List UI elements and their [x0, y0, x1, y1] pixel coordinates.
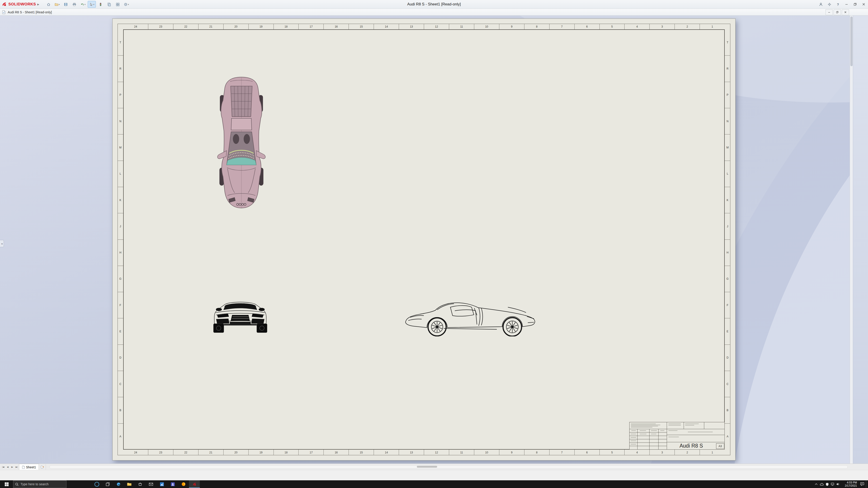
graphics-area[interactable]: 242322212019181716151413121110987654321 …: [0, 15, 868, 464]
ruler-top: 242322212019181716151413121110987654321: [123, 24, 725, 29]
store-button[interactable]: [135, 480, 146, 488]
start-button[interactable]: [0, 480, 13, 488]
task-view-button[interactable]: [102, 480, 113, 488]
undo-button[interactable]: ▾: [79, 1, 87, 7]
action-center-button[interactable]: [858, 480, 866, 488]
logo-menu-caret-icon[interactable]: ▶: [37, 3, 39, 6]
drawing-view-top[interactable]: [212, 75, 271, 210]
login-button[interactable]: [816, 0, 825, 8]
ruler-column-label: 20: [223, 24, 248, 29]
open-button[interactable]: ▾: [53, 1, 61, 7]
system-tray: 4:03 PM 2/17/2021: [813, 480, 868, 488]
panel-collapse-arrow[interactable]: ◂: [0, 240, 4, 247]
ruler-row-label: T: [118, 29, 123, 55]
firefox-button[interactable]: [178, 480, 189, 488]
sheet-navigation: |◀ ◀ ▶ ▶|: [1, 464, 19, 469]
horizontal-scrollbar[interactable]: [50, 465, 848, 468]
title-block-text-line: [631, 426, 658, 426]
display-settings-button[interactable]: [114, 1, 122, 7]
teams-button[interactable]: [167, 480, 178, 488]
home-button[interactable]: [45, 1, 53, 7]
search-input[interactable]: [20, 482, 59, 486]
vertical-scrollbar-thumb[interactable]: [850, 17, 852, 66]
hidden-icons-button[interactable]: [813, 480, 819, 488]
edge-button[interactable]: [113, 480, 124, 488]
add-sheet-button[interactable]: [39, 464, 46, 470]
first-sheet-button[interactable]: |◀: [1, 464, 5, 469]
cortana-button[interactable]: [91, 480, 102, 488]
title-block-text-line: [669, 430, 677, 431]
previous-sheet-button[interactable]: ◀: [5, 464, 10, 469]
ruler-column-label: 2: [675, 450, 700, 455]
mail-button[interactable]: [146, 480, 156, 488]
child-window-controls: [826, 9, 849, 15]
save-icon: [64, 2, 68, 6]
print-button[interactable]: [70, 1, 78, 7]
child-minimize-button[interactable]: [826, 9, 833, 15]
ruler-row-label: G: [118, 266, 123, 292]
status-bar: [0, 470, 868, 481]
ruler-column-label: 17: [298, 24, 323, 29]
close-button[interactable]: [860, 0, 868, 8]
file-explorer-button[interactable]: [124, 480, 135, 488]
restore-icon: [854, 3, 857, 6]
photos-button[interactable]: [156, 480, 167, 488]
ruler-row-label: F: [725, 292, 730, 318]
title-block-text-line: [688, 432, 713, 432]
title-block-text-line: [669, 425, 681, 425]
ruler-row-label: C: [725, 371, 730, 397]
clock-time: 4:03 PM: [847, 481, 857, 484]
taskbar-search[interactable]: [13, 480, 66, 488]
search-icon: [15, 483, 19, 486]
last-sheet-button[interactable]: ▶|: [14, 464, 19, 469]
tab-sheet1[interactable]: Sheet1: [19, 464, 39, 470]
chevron-up-icon: [815, 483, 817, 485]
title-block-text-line: [631, 430, 636, 431]
ruler-row-label: P: [118, 82, 123, 108]
ruler-column-label: 23: [148, 450, 173, 455]
drawing-view-side[interactable]: [403, 295, 538, 336]
drawing-view-front[interactable]: [211, 295, 270, 334]
title-bar[interactable]: SOLIDWORKS ▶ ▾ ▾ ▾: [0, 0, 868, 9]
ruler-row-label: J: [725, 213, 730, 239]
child-restore-button[interactable]: [834, 9, 841, 15]
child-close-button[interactable]: [842, 9, 849, 15]
ruler-column-label: 3: [649, 450, 675, 455]
rebuild-button[interactable]: [97, 1, 104, 7]
help-button[interactable]: ?: [834, 0, 842, 8]
horizontal-scrollbar-thumb[interactable]: [417, 466, 437, 468]
solidworks-logo[interactable]: SOLIDWORKS: [8, 2, 36, 6]
minimize-button[interactable]: [842, 0, 851, 8]
title-block-part-title: Audi R8 S: [668, 443, 715, 449]
settings-button[interactable]: [825, 0, 834, 8]
child-minimize-icon: [828, 11, 830, 13]
ruler-row-label: P: [725, 82, 730, 108]
solidworks-taskbar-button[interactable]: [189, 480, 200, 488]
save-button[interactable]: [62, 1, 70, 7]
next-sheet-button[interactable]: ▶: [10, 464, 14, 469]
volume-button[interactable]: [835, 480, 841, 488]
restore-button[interactable]: [851, 0, 860, 8]
show-desktop-button[interactable]: [866, 480, 868, 488]
select-button[interactable]: ▾: [88, 1, 96, 8]
onedrive-button[interactable]: [819, 480, 825, 488]
ruler-column-label: 10: [474, 24, 499, 29]
child-restore-icon: [836, 11, 838, 13]
drawing-sheet[interactable]: 242322212019181716151413121110987654321 …: [112, 19, 736, 460]
side-view-car: [403, 295, 538, 336]
title-block-text-line: [631, 444, 636, 445]
sheet-tab-label: Sheet1: [26, 465, 36, 469]
ruler-column-label: 14: [374, 24, 399, 29]
copy-settings-button[interactable]: [105, 1, 113, 7]
home-icon: [46, 2, 51, 6]
ruler-column-label: 24: [123, 450, 148, 455]
security-button[interactable]: [825, 480, 830, 488]
network-button[interactable]: [830, 480, 835, 488]
ruler-column-label: 4: [624, 450, 649, 455]
taskbar-clock[interactable]: 4:03 PM 2/17/2021: [841, 480, 858, 488]
quick-access-toolbar: ▾ ▾ ▾: [45, 1, 130, 8]
task-pane-collapsed[interactable]: [853, 15, 868, 464]
settings-gear-icon: [828, 2, 831, 6]
options-button[interactable]: ▾: [123, 1, 130, 7]
vertical-scrollbar[interactable]: [850, 15, 853, 464]
